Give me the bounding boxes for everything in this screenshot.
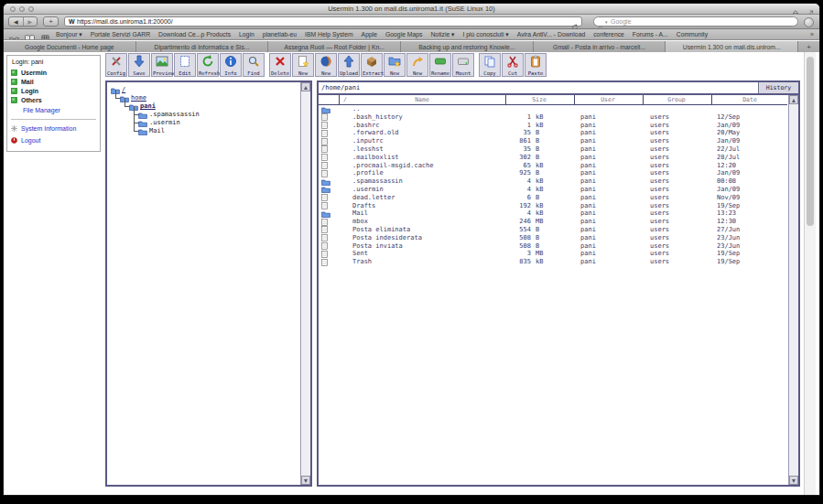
file-row[interactable]: Sent3MBpaniusers19/Sep — [319, 250, 787, 258]
scroll-up-button[interactable] — [789, 95, 798, 104]
toolbar-button-find-find[interactable]: Find — [243, 53, 265, 77]
file-row[interactable]: .profile925BpaniusersJan/09 — [319, 169, 787, 177]
tab[interactable]: Google Documenti - Home page — [4, 41, 136, 52]
bookmark-item[interactable]: Download Ce...p Products — [158, 31, 231, 38]
tree-node-label[interactable]: / — [122, 86, 125, 94]
file-row[interactable]: Posta eliminata554Bpaniusers27/Jun — [319, 226, 787, 234]
sidebar-category-mail[interactable]: Mail — [11, 77, 47, 86]
address-bar[interactable]: W https://mail.dis.uniroma1.it:20000/ — [64, 16, 582, 27]
toolbar-button-new-newfile[interactable]: New — [292, 53, 314, 77]
bookmarks-overflow-chevron[interactable]: » — [810, 31, 814, 38]
column-header-root[interactable]: / — [343, 95, 347, 104]
tree-node-label[interactable]: home — [131, 94, 146, 102]
sidebar-category-usermin[interactable]: Usermin — [11, 68, 47, 77]
page-scrollbar[interactable] — [804, 52, 816, 495]
toolbar-button-new-newfolder[interactable]: New — [384, 53, 406, 77]
file-row[interactable]: Mail4kBpaniusers13:23 — [319, 209, 787, 218]
reload-icon[interactable] — [571, 18, 579, 26]
toolbar-button-mount-mount[interactable]: Mount — [452, 53, 474, 77]
sidebar-category-login[interactable]: Login — [11, 86, 47, 95]
resize-icon[interactable] — [805, 5, 814, 14]
file-row[interactable]: Posta inviata508Bpaniusers23/Jun — [319, 242, 787, 251]
file-row[interactable]: .procmail-msgid.cache65kBpaniusers12:20 — [319, 162, 787, 170]
scroll-down-button[interactable] — [789, 476, 798, 485]
file-row[interactable]: .forward.old35Bpaniusers20/May — [319, 129, 787, 137]
file-row[interactable]: .bashrc1kBpaniusersJan/09 — [319, 122, 787, 130]
forward-button[interactable]: ▶ — [24, 17, 38, 26]
toolbar-button-edit-edit[interactable]: Edit — [174, 53, 196, 77]
sidebar-item-system-information[interactable]: System Information — [11, 123, 76, 133]
toolbar-button-preview-preview[interactable]: Preview — [151, 53, 173, 77]
toolbar-button-rename-rename[interactable]: Rename — [429, 53, 451, 77]
tab[interactable]: Usermin 1.300 on mail.dis.unirom... — [666, 41, 798, 52]
file-row[interactable]: .. — [319, 105, 787, 113]
bookmark-item[interactable]: Community — [677, 31, 708, 38]
toolbar-button-info-info[interactable]: Info — [220, 53, 242, 77]
toolbar-button-upload-upload[interactable]: Upload — [338, 53, 360, 77]
tab[interactable]: Backing up and restoring Knowle... — [401, 41, 534, 52]
current-path-field[interactable]: /home/pani — [321, 82, 360, 93]
tab[interactable]: Assegna Ruoli — Root Folder | Kn... — [268, 41, 401, 52]
file-row[interactable]: Drafts192kBpaniusers19/Sep — [319, 202, 787, 210]
toolbar-button-delete-delete[interactable]: Delete — [269, 53, 291, 77]
tree-node[interactable]: .spamassassin — [138, 111, 200, 119]
search-field[interactable]: ▾ Google — [593, 16, 798, 27]
bookmark-item[interactable]: Login — [239, 31, 254, 38]
bookmark-item[interactable]: conference — [593, 31, 624, 38]
file-row[interactable]: .mailboxlist302Bpaniusers28/Jul — [319, 154, 787, 162]
column-header-name[interactable]: Name — [395, 95, 449, 104]
toolbar-button-extract-extract[interactable]: Extract — [361, 53, 383, 77]
bookmark-item[interactable]: Notizie ▾ — [430, 31, 454, 38]
tab[interactable]: Gmail - Posta in arrivo - marcell... — [534, 41, 666, 52]
bookmark-item[interactable]: IBM Help System — [305, 31, 353, 38]
bookmarks-book-icon[interactable] — [25, 30, 35, 38]
page-curl-button[interactable] — [804, 17, 814, 27]
page-scrollbar-thumb[interactable] — [807, 57, 814, 226]
toolbar-button-config-config[interactable]: Config — [105, 53, 127, 77]
tree-node[interactable]: Mail — [138, 127, 165, 135]
history-button[interactable]: History — [758, 82, 798, 93]
file-row[interactable]: .inputrc861BpaniusersJan/09 — [319, 137, 787, 145]
new-tab-toolbar-button[interactable]: + — [43, 16, 59, 27]
file-row[interactable]: Posta indesiderata508Bpaniusers23/Jun — [319, 234, 787, 242]
tree-node[interactable]: .usermin — [138, 119, 180, 127]
bookmark-item[interactable]: Apple — [362, 31, 377, 38]
tree-node-label[interactable]: pani — [140, 102, 156, 111]
bookmark-item[interactable]: Portale Servizi GARR — [91, 31, 150, 38]
column-header-user[interactable]: User — [580, 95, 635, 104]
tab[interactable]: Dipartimento di Informatica e Sis... — [136, 41, 269, 52]
sidebar-item-logout[interactable]: Logout — [11, 135, 40, 145]
bookmark-item[interactable]: Google Maps — [385, 31, 422, 38]
file-row[interactable]: dead.letter6BpaniusersNov/09 — [319, 194, 787, 202]
file-row[interactable]: Trash835kBpaniusers19/Sep — [319, 258, 787, 266]
bookmark-item[interactable]: I più conosciuti ▾ — [463, 31, 509, 38]
column-header-size[interactable]: Size — [512, 95, 567, 104]
scroll-down-button[interactable] — [301, 476, 310, 485]
toolbar-button-copy-copy[interactable]: Copy — [479, 53, 501, 77]
bookmark-item[interactable]: planetlab-eu — [263, 31, 297, 38]
bookmark-item[interactable]: Bonjour ▾ — [56, 31, 82, 38]
file-row[interactable]: .spamassassin4kBpaniusers00:08 — [319, 177, 787, 186]
toolbar-button-refresh-refresh[interactable]: Refresh — [197, 53, 219, 77]
reading-list-icon[interactable] — [9, 30, 19, 38]
scroll-up-button[interactable] — [301, 82, 310, 91]
back-button[interactable]: ◀ — [9, 17, 23, 26]
sidebar-item-file-manager[interactable]: File Manager — [23, 107, 60, 113]
top-sites-grid-icon[interactable] — [40, 30, 50, 38]
file-row[interactable]: .bash_history1kBpaniusers12/Sep — [319, 113, 787, 122]
column-header-date[interactable]: Date — [722, 95, 777, 104]
new-tab-button[interactable]: + — [798, 41, 819, 52]
bookmark-item[interactable]: Avira AntiV... - Download — [517, 31, 585, 38]
toolbar-button-new-newhtml[interactable]: New — [315, 53, 337, 77]
tree-scrollbar[interactable] — [300, 82, 310, 485]
bookmark-item[interactable]: Forums - A... — [633, 31, 668, 38]
toolbar-button-paste-paste[interactable]: Paste — [525, 53, 547, 77]
files-scrollbar[interactable] — [788, 95, 798, 485]
file-row[interactable]: mbox246MBpaniusers12:30 — [319, 218, 787, 226]
file-row[interactable]: .usermin4kBpaniusersJan/09 — [319, 186, 787, 194]
toolbar-button-new-newlink[interactable]: New — [406, 53, 428, 77]
column-header-group[interactable]: Group — [649, 95, 704, 104]
file-row[interactable]: .lesshst35Bpaniusers22/Jul — [319, 145, 787, 154]
sidebar-category-others[interactable]: Others — [11, 95, 47, 104]
toolbar-button-cut-cut[interactable]: Cut — [502, 53, 524, 77]
